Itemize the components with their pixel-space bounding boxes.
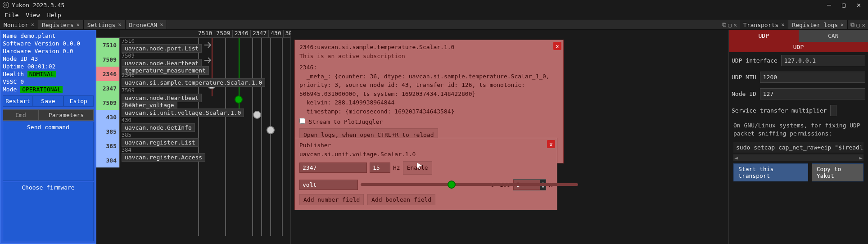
rate-input[interactable] [370,163,390,173]
publisher-panel: x Publisher uavcan.si.unit.voltage.Scala… [294,138,557,210]
tab-dronecan[interactable]: DroneCAN× [126,20,167,29]
transport-tab-can[interactable]: CAN [799,30,868,42]
graph-header: 7510750923462347430385384 [120,30,290,38]
main: Name demo.plant Software Version 0.0.0 H… [0,30,868,244]
close-icon[interactable]: × [781,22,784,28]
add-boolean-field-button[interactable]: Add boolean field [367,194,435,205]
close-button[interactable]: ✕ [857,1,861,9]
close-icon[interactable]: × [76,22,79,28]
port-id-cell[interactable]: 7509 [96,52,120,67]
menu-file[interactable]: File [5,12,18,18]
port-id-cell[interactable]: 7509 [96,95,120,110]
transport-tab-udp[interactable]: UDP [729,30,799,42]
maximize-button[interactable]: ▢ [842,1,846,9]
node-id-label: Node ID [732,90,756,97]
start-transport-button[interactable]: Start this transport [733,163,808,181]
value-slider[interactable] [361,183,578,186]
graph-type-label[interactable]: uavcan.node.GetInfo [122,123,195,132]
close-icon[interactable]: ✕ [862,22,865,28]
stm-label: Service transfer multiplier [732,107,827,114]
udp-interface-label: UDP interface [732,57,778,64]
vssc-value: 0 [20,78,24,85]
setcap-command: sudo setcap cap_net_raw+eip "$(readlink … [733,142,863,153]
cmd-input[interactable]: Cmd [3,109,39,121]
port-id-cell[interactable]: 2347 [96,81,120,95]
graph-canvas[interactable]: 7510750923462347430385384 7510uavcan.nod… [120,30,291,244]
graph-subject-label[interactable]: temperature_measurement [122,66,209,75]
enable-button[interactable]: Enable [403,161,432,175]
panel-controls-right: ⧉ ▢ ✕ [848,20,868,29]
graph-port-id: 7509 [122,53,135,59]
parameters-input[interactable]: Parameters [39,109,94,121]
transports-panel: UDP CAN UDP UDP interface UDP MTU Node I… [728,30,868,244]
tabstrip: Monitor× Registers× Settings× DroneCAN× … [0,20,868,30]
port-id-cell[interactable]: 384 [96,153,120,167]
port-input[interactable] [299,163,367,173]
minimize-button[interactable]: — [827,1,831,9]
horizontal-scrollbar[interactable]: ◄► [733,154,863,161]
tab-monitor[interactable]: Monitor× [0,20,38,29]
graph-type-label[interactable]: uavcan.node.port.List [122,44,202,53]
header-port-id[interactable]: 7509 [214,30,232,37]
udp-mtu-input[interactable] [760,72,865,83]
graph-port-id: 384 [122,147,131,153]
monitor-panel: Name demo.plant Software Version 0.0.0 H… [0,30,96,244]
slider-knob[interactable] [448,181,456,189]
estop-button[interactable]: Estop [63,95,94,107]
port-id-cell[interactable]: 2346 [96,67,120,81]
close-icon[interactable]: x [547,140,555,148]
graph-port-id: 430 [122,117,131,123]
add-number-field-button[interactable]: Add number field [299,194,364,205]
graph-type-label[interactable]: uavcan.register.Access [122,153,205,162]
graph-port-id: 385 [122,132,131,138]
save-button[interactable]: Save [33,95,63,107]
hardware-version-label: Hardware Version [3,48,59,54]
window-title: Yukon 2023.3.45 [12,2,64,9]
maximize-icon[interactable]: ▢ [856,22,860,28]
port-id-cell[interactable]: 7510 [96,38,120,52]
header-port-id[interactable]: 7510 [196,30,214,37]
graph-port-id: 7509 [122,87,135,94]
stream-checkbox[interactable] [299,118,305,124]
header-port-id[interactable]: 2347 [251,30,269,37]
send-command-button[interactable]: Send command [3,122,94,181]
graph-type-label[interactable]: uavcan.register.List [122,138,199,147]
tab-transports[interactable]: Transports× [740,20,789,29]
restore-icon[interactable]: ⧉ [850,21,854,28]
close-icon[interactable]: ✕ [733,22,737,28]
close-icon[interactable]: × [118,22,121,28]
window-controls: — ▢ ✕ [827,1,865,9]
node-id-input[interactable] [760,88,865,99]
restore-icon[interactable]: ⧉ [722,21,726,28]
mode-label: Mode [3,86,17,93]
port-id-cell[interactable]: 385 [96,124,120,139]
tab-settings[interactable]: Settings× [84,20,126,29]
hz-label: Hz [393,163,400,172]
header-port-id[interactable]: 2346 [233,30,251,37]
graph-type-label[interactable]: uavcan.si.sample.temperature.Scalar.1.0 [122,78,265,87]
copy-yakut-button[interactable]: Copy to Yakut [812,163,863,181]
close-icon[interactable]: x [553,42,561,50]
port-id-cell[interactable]: 385 [96,139,120,153]
maximize-icon[interactable]: ▢ [728,22,732,28]
close-icon[interactable]: × [160,22,163,28]
choose-firmware-button[interactable]: Choose firmware [3,182,94,241]
field-name-input[interactable] [299,180,358,190]
mode-badge: OPERATIONAL [20,86,63,93]
restart-button[interactable]: Restart [3,95,33,107]
stm-input[interactable] [830,105,836,116]
close-icon[interactable]: × [31,22,34,28]
port-id-cell[interactable]: 430 [96,110,120,124]
arrow-icon [204,41,213,50]
udp-interface-input[interactable] [781,55,865,66]
subscription-title: 2346:uavcan.si.sample.temperature.Scalar… [299,43,559,52]
node-id-value: 43 [31,55,38,62]
close-icon[interactable]: × [841,22,844,28]
tab-registers[interactable]: Registers× [38,20,84,29]
tab-register-logs[interactable]: Register logs× [788,20,848,29]
menu-view[interactable]: View [26,12,40,18]
header-port-id[interactable]: 430 [269,30,283,37]
graph-type-label[interactable]: uavcan.si.unit.voltage.Scalar.1.0 [122,108,244,117]
graph-port-id: 7510 [122,38,135,44]
menu-help[interactable]: Help [47,12,61,18]
